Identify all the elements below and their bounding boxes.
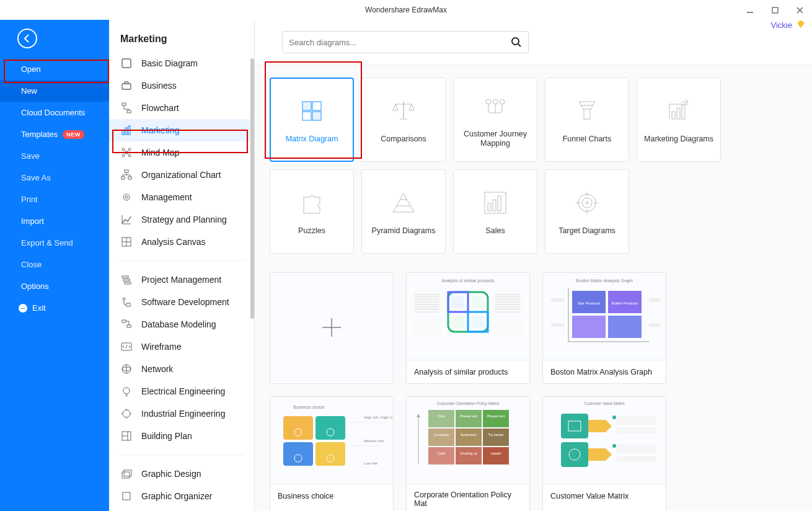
close-button[interactable] — [787, 0, 812, 20]
svg-rect-4 — [122, 59, 131, 68]
category-electrical-engineering[interactable]: Electrical Engineering — [109, 380, 254, 402]
svg-line-46 — [518, 44, 521, 47]
svg-text:Medium risk: Medium risk — [364, 439, 384, 443]
category-basic-diagram[interactable]: Basic Diagram — [109, 52, 254, 74]
svg-point-162 — [612, 415, 616, 419]
svg-rect-88 — [413, 318, 442, 337]
main-panel: Matrix DiagramComparisonsCustomer Journe… — [255, 20, 812, 511]
category-strategy-and-planning[interactable]: Strategy and Planning — [109, 208, 254, 231]
category-graphic-organizer[interactable]: Graphic Organizer — [109, 485, 254, 507]
category-analysis-canvas[interactable]: Analysis Canvas — [109, 231, 254, 253]
svg-rect-8 — [122, 130, 124, 135]
nav-close[interactable]: Close — [0, 254, 109, 275]
exit-button[interactable]: – Exit — [0, 297, 109, 319]
category-industrial-engineering[interactable]: Industrial Engineering — [109, 402, 254, 425]
exit-label: Exit — [32, 303, 46, 313]
svg-rect-141 — [456, 447, 482, 464]
svg-rect-5 — [122, 84, 131, 89]
svg-rect-16 — [125, 170, 128, 172]
tile-pyramid-diagrams[interactable]: Pyramid Diagrams — [361, 169, 446, 254]
nav-new[interactable]: New — [0, 80, 109, 102]
tile-customer-journey-mapping[interactable]: Customer Journey Mapping — [453, 78, 537, 162]
template-business-choice[interactable]: Business choiceHigh risk / high impactMe… — [270, 396, 394, 511]
nav-save[interactable]: Save — [0, 145, 109, 167]
new-badge: NEW — [63, 130, 84, 139]
category-marketing[interactable]: Marketing — [109, 119, 254, 141]
tile-marketing-diagrams[interactable]: Marketing Diagrams — [637, 78, 721, 162]
app-title: Wondershare EdrawMax — [365, 6, 447, 14]
tile-matrix-diagram[interactable]: Matrix Diagram — [270, 78, 354, 162]
flow-icon — [120, 102, 133, 114]
diagram-type-grid: Matrix DiagramComparisonsCustomer Journe… — [270, 65, 800, 254]
category-building-plan[interactable]: Building Plan — [109, 425, 254, 447]
arrow-left-icon — [22, 33, 32, 43]
template-caption: Analysis of similar products — [407, 360, 529, 383]
svg-rect-7 — [127, 110, 131, 113]
svg-text:Evaluation: Evaluation — [461, 433, 477, 437]
nav-import[interactable]: Import — [0, 210, 109, 232]
template-analysis-of-similar-products[interactable]: Analysis of similar productsAnalysis of … — [406, 272, 530, 384]
tile-label: Funnel Charts — [563, 135, 612, 144]
nav-cloud-documents[interactable]: Cloud Documents — [0, 102, 109, 123]
user-badge[interactable]: Vickie — [771, 20, 806, 30]
svg-rect-155 — [561, 442, 588, 467]
svg-rect-29 — [122, 320, 126, 322]
matrix-icon — [297, 96, 327, 126]
svg-text:Star Products: Star Products — [578, 301, 600, 305]
search-input[interactable] — [289, 38, 511, 47]
nav-open[interactable]: Open — [0, 58, 109, 80]
svg-rect-30 — [127, 325, 131, 327]
target-icon — [572, 188, 602, 218]
svg-rect-49 — [302, 112, 311, 120]
journey-icon — [480, 91, 510, 121]
category-business[interactable]: Business — [109, 74, 254, 97]
template-blank[interactable] — [270, 272, 394, 384]
category-software-development[interactable]: Software Development — [109, 291, 254, 313]
tile-target-diagrams[interactable]: Target Diagrams — [545, 169, 629, 254]
tile-puzzles[interactable]: Puzzles — [270, 169, 354, 254]
category-network[interactable]: Network — [109, 358, 254, 380]
divider — [119, 260, 244, 261]
category-project-management[interactable]: Project Management — [109, 269, 254, 291]
template-corporate-orientation-policy-mat[interactable]: Corporate Orientation Policy MatrixOnlyP… — [406, 396, 530, 511]
svg-rect-142 — [483, 447, 509, 464]
divider — [119, 455, 244, 455]
maximize-button[interactable] — [762, 0, 787, 20]
template-boston-matrix-analysis-graph[interactable]: Boston Matrix Analysis GraphStar Product… — [542, 272, 666, 384]
category-wireframe[interactable]: Wireframe — [109, 335, 254, 358]
nav-export-send[interactable]: Export & Send — [0, 232, 109, 254]
tile-sales[interactable]: Sales — [453, 169, 537, 254]
category-database-modeling[interactable]: Database Modeling — [109, 313, 254, 335]
svg-rect-139 — [483, 429, 509, 446]
tile-funnel-charts[interactable]: Funnel Charts — [545, 78, 629, 162]
svg-point-38 — [123, 410, 130, 417]
back-button[interactable] — [17, 29, 37, 48]
minimize-button[interactable] — [738, 0, 762, 20]
svg-rect-134 — [428, 410, 454, 427]
nav-templates[interactable]: TemplatesNEW — [0, 123, 109, 145]
category-panel: Marketing Basic DiagramBusinessFlowchart… — [109, 20, 255, 511]
exit-icon: – — [19, 304, 27, 313]
tile-label: Pyramid Diagrams — [372, 226, 436, 236]
scrollbar-thumb[interactable] — [250, 58, 254, 319]
template-customer-value-matrix[interactable]: Customer Value MatrixCustomer Value Matr… — [542, 396, 666, 511]
category-flowchart[interactable]: Flowchart — [109, 97, 254, 119]
svg-rect-157 — [617, 427, 656, 433]
svg-rect-111 — [572, 316, 606, 338]
category-graphic-design[interactable]: Graphic Design — [109, 463, 254, 485]
nav-save-as[interactable]: Save As — [0, 167, 109, 189]
nav-print[interactable]: Print — [0, 189, 109, 210]
category-management[interactable]: Management — [109, 186, 254, 208]
category-organizational-chart[interactable]: Organizational Chart — [109, 164, 254, 186]
tile-comparisons[interactable]: Comparisons — [361, 78, 446, 162]
svg-point-163 — [612, 444, 616, 448]
svg-point-71 — [586, 202, 588, 204]
search-box[interactable] — [282, 31, 529, 53]
svg-rect-67 — [493, 200, 496, 211]
svg-rect-10 — [128, 126, 130, 135]
svg-rect-82 — [452, 296, 464, 308]
category-title: Marketing — [109, 20, 254, 52]
category-mind-map[interactable]: Mind Map — [109, 141, 254, 164]
svg-rect-116 — [551, 323, 565, 327]
nav-options[interactable]: Options — [0, 275, 109, 297]
